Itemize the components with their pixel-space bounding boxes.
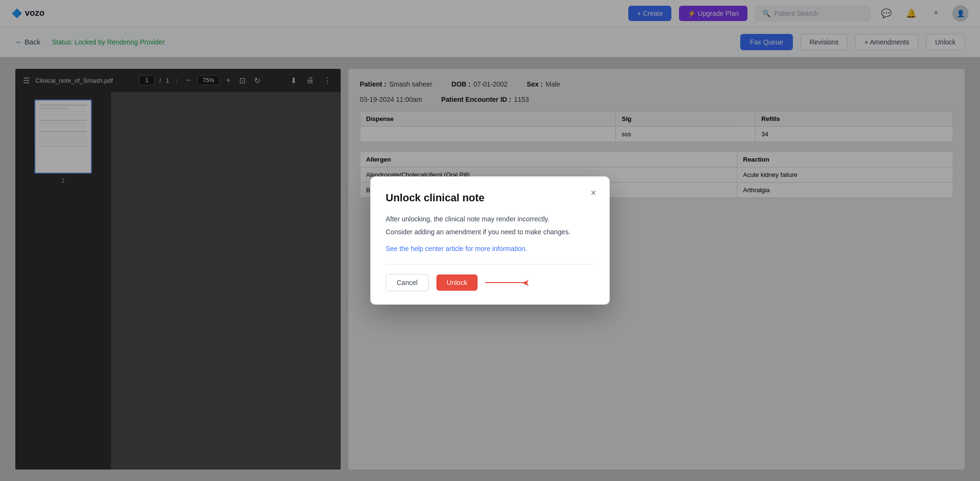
unlock-modal: × Unlock clinical note After unlocking, … (370, 176, 610, 305)
modal-close-button[interactable]: × (587, 186, 600, 199)
arrow-head-icon: ➤ (522, 277, 530, 288)
modal-help-link[interactable]: See the help center article for more inf… (386, 245, 594, 252)
modal-body: After unlocking, the clinical note may r… (386, 214, 594, 237)
cancel-button[interactable]: Cancel (386, 274, 429, 291)
modal-title: Unlock clinical note (386, 192, 594, 204)
arrow-indicator: ➤ (485, 277, 530, 288)
modal-footer: Cancel Unlock ➤ (386, 274, 594, 291)
modal-unlock-button[interactable]: Unlock (436, 274, 478, 291)
modal-overlay[interactable]: × Unlock clinical note After unlocking, … (0, 0, 980, 481)
modal-body-line1: After unlocking, the clinical note may r… (386, 214, 594, 224)
arrow-line (485, 282, 523, 283)
modal-body-line2: Consider adding an amendment if you need… (386, 227, 594, 237)
modal-divider (386, 264, 594, 264)
